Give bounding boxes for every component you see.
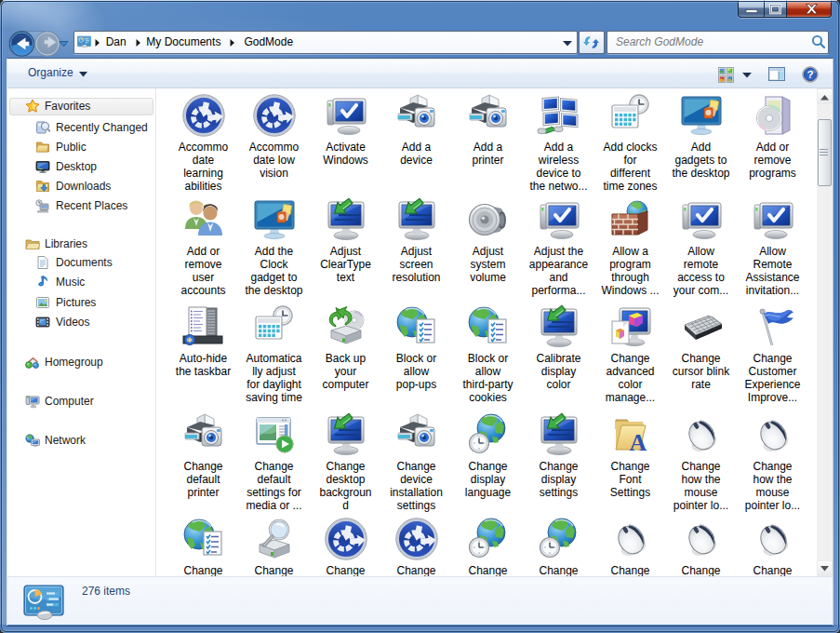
svg-text:?: ? — [807, 69, 813, 80]
